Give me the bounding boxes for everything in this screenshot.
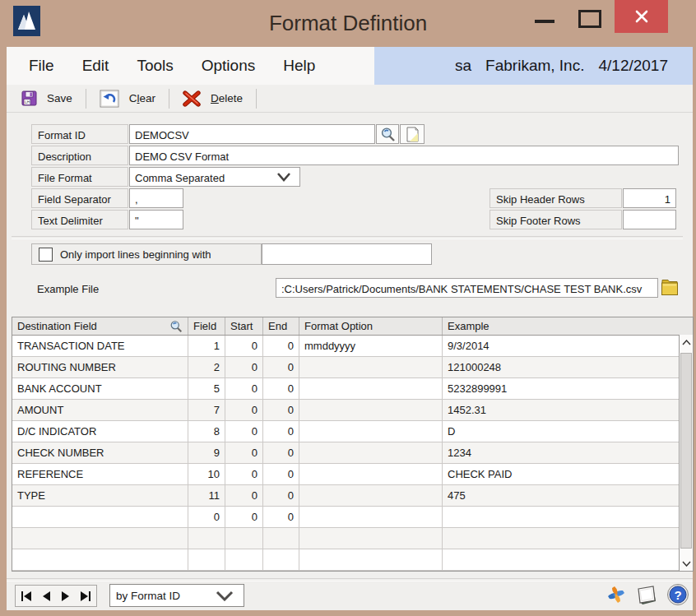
scroll-down-button[interactable] bbox=[680, 556, 693, 571]
session-date[interactable]: 4/12/2017 bbox=[598, 57, 668, 75]
cell-field[interactable]: 7 bbox=[188, 400, 225, 420]
minimize-button[interactable] bbox=[535, 20, 554, 23]
cell-destination-field[interactable]: BANK ACCOUNT bbox=[12, 378, 188, 399]
maximize-button[interactable] bbox=[578, 10, 601, 28]
cell-end[interactable]: 0 bbox=[263, 442, 299, 463]
cell-start[interactable]: 0 bbox=[225, 336, 263, 356]
cell-format-option[interactable] bbox=[299, 378, 443, 399]
cell-destination-field[interactable]: D/C INDICATOR bbox=[12, 421, 188, 442]
cell-field[interactable]: 0 bbox=[188, 507, 225, 527]
file-format-dropdown[interactable]: Comma Separated bbox=[129, 167, 300, 187]
scrollbar-thumb[interactable] bbox=[680, 353, 692, 549]
notes-pad-icon[interactable] bbox=[636, 584, 658, 606]
save-button[interactable]: LH Save bbox=[12, 87, 82, 110]
only-import-prefix-field[interactable] bbox=[262, 243, 432, 265]
session-company[interactable]: Fabrikam, Inc. bbox=[485, 57, 584, 75]
cell-end[interactable] bbox=[263, 528, 299, 549]
new-note-button[interactable] bbox=[400, 124, 425, 144]
field-separator-field[interactable]: , bbox=[129, 188, 183, 208]
cell-start[interactable]: 0 bbox=[225, 357, 263, 377]
cell-end[interactable]: 0 bbox=[263, 421, 299, 442]
cell-example[interactable]: CHECK PAID bbox=[443, 464, 679, 484]
cell-field[interactable]: 2 bbox=[188, 357, 225, 377]
cell-destination-field[interactable] bbox=[12, 528, 188, 549]
cell-end[interactable]: 0 bbox=[263, 485, 299, 506]
cell-start[interactable]: 0 bbox=[225, 507, 263, 527]
previous-record-button[interactable] bbox=[41, 590, 52, 603]
example-file-field[interactable]: :C:Users/Patrick/Documents/BANK STATEMEN… bbox=[276, 278, 658, 298]
only-import-checkbox[interactable] bbox=[39, 248, 53, 262]
browse-file-button[interactable] bbox=[661, 278, 679, 300]
skip-header-rows-field[interactable]: 1 bbox=[623, 188, 676, 208]
cell-end[interactable]: 0 bbox=[263, 378, 299, 399]
cell-format-option[interactable] bbox=[299, 507, 443, 527]
cell-format-option[interactable] bbox=[299, 442, 443, 463]
cell-destination-field[interactable]: CHECK NUMBER bbox=[12, 442, 188, 463]
cell-format-option[interactable] bbox=[299, 485, 443, 506]
connections-pinwheel-icon[interactable] bbox=[605, 583, 628, 606]
cell-start[interactable]: 0 bbox=[225, 464, 263, 484]
cell-end[interactable]: 0 bbox=[263, 336, 299, 356]
cell-start[interactable]: 0 bbox=[225, 400, 263, 420]
cell-field[interactable]: 8 bbox=[188, 421, 225, 442]
cell-destination-field[interactable]: REFERENCE bbox=[12, 464, 188, 484]
column-lookup-magnifier-icon[interactable] bbox=[169, 320, 183, 333]
cell-format-option[interactable] bbox=[299, 400, 443, 420]
cell-example[interactable]: 121000248 bbox=[443, 357, 679, 377]
cell-format-option[interactable] bbox=[299, 549, 443, 570]
cell-start[interactable]: 0 bbox=[225, 378, 263, 399]
cell-example[interactable]: 5232899991 bbox=[443, 378, 679, 399]
cell-start[interactable]: 0 bbox=[225, 485, 263, 506]
cell-destination-field[interactable]: ROUTING NUMBER bbox=[12, 357, 188, 377]
cell-start[interactable] bbox=[225, 528, 263, 549]
cell-example[interactable]: D bbox=[443, 421, 679, 442]
format-id-lookup-button[interactable] bbox=[376, 124, 399, 144]
format-id-field[interactable]: DEMOCSV bbox=[129, 124, 375, 144]
vertical-scrollbar[interactable] bbox=[679, 335, 693, 571]
cell-example[interactable]: 9/3/2014 bbox=[443, 336, 679, 356]
cell-format-option[interactable] bbox=[299, 357, 443, 377]
menu-edit[interactable]: Edit bbox=[68, 57, 123, 75]
cell-example[interactable] bbox=[443, 549, 679, 570]
cell-start[interactable]: 0 bbox=[225, 421, 263, 442]
cell-destination-field[interactable]: TYPE bbox=[12, 485, 188, 506]
cell-field[interactable]: 5 bbox=[188, 378, 225, 399]
session-user[interactable]: sa bbox=[455, 57, 471, 75]
cell-end[interactable]: 0 bbox=[263, 507, 299, 527]
cell-format-option[interactable] bbox=[299, 464, 443, 484]
cell-format-option[interactable]: mmddyyyy bbox=[299, 336, 443, 356]
text-delimiter-field[interactable]: " bbox=[129, 210, 183, 229]
cell-example[interactable] bbox=[443, 528, 679, 549]
cell-field[interactable]: 10 bbox=[188, 464, 225, 484]
scroll-up-button[interactable] bbox=[680, 335, 693, 350]
cell-format-option[interactable] bbox=[299, 528, 443, 549]
help-icon[interactable]: ? bbox=[666, 583, 689, 606]
cell-field[interactable] bbox=[188, 549, 225, 570]
cell-start[interactable]: 0 bbox=[225, 442, 263, 463]
cell-field[interactable] bbox=[188, 528, 225, 549]
menu-tools[interactable]: Tools bbox=[123, 57, 187, 75]
menu-help[interactable]: Help bbox=[269, 57, 329, 75]
next-record-button[interactable] bbox=[60, 590, 71, 603]
cell-end[interactable] bbox=[263, 549, 299, 570]
skip-footer-rows-field[interactable] bbox=[623, 210, 676, 229]
first-record-button[interactable] bbox=[20, 590, 33, 603]
sort-by-dropdown[interactable]: by Format ID bbox=[109, 584, 244, 607]
cell-end[interactable]: 0 bbox=[263, 357, 299, 377]
cell-destination-field[interactable]: TRANSACTION DATE bbox=[12, 336, 188, 356]
cell-destination-field[interactable] bbox=[12, 549, 188, 570]
cell-example[interactable] bbox=[443, 507, 679, 527]
cell-field[interactable]: 9 bbox=[188, 442, 225, 463]
clear-button[interactable]: Clear bbox=[90, 87, 165, 110]
cell-format-option[interactable] bbox=[299, 421, 443, 442]
last-record-button[interactable] bbox=[79, 590, 92, 603]
cell-example[interactable]: 1234 bbox=[443, 442, 679, 463]
cell-field[interactable]: 1 bbox=[188, 336, 225, 356]
cell-destination-field[interactable] bbox=[12, 507, 188, 527]
cell-destination-field[interactable]: AMOUNT bbox=[12, 400, 188, 420]
menu-file[interactable]: File bbox=[15, 57, 68, 75]
close-button[interactable] bbox=[615, 0, 668, 33]
delete-button[interactable]: Delete bbox=[173, 87, 253, 110]
description-field[interactable]: DEMO CSV Format bbox=[129, 146, 679, 165]
cell-example[interactable]: 1452.31 bbox=[443, 400, 679, 420]
